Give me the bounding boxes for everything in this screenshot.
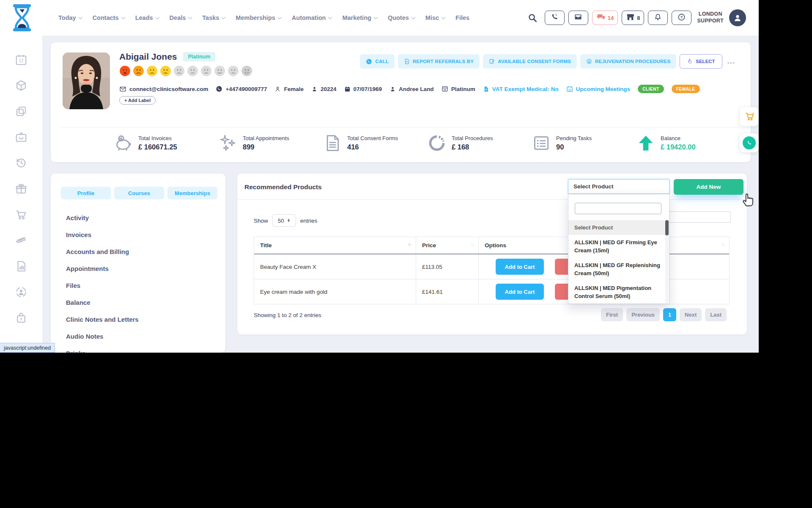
more-actions-button[interactable]: ... (727, 58, 735, 65)
chevron-down-icon (411, 15, 415, 19)
client-dob: 07/07/1969 (344, 86, 382, 92)
locker-icon[interactable] (15, 312, 27, 324)
report-referrals-button[interactable]: REPORT REFERRALS BY (398, 54, 480, 69)
calendar-icon[interactable]: 12 (15, 53, 27, 66)
menu-audio-notes[interactable]: Audio Notes (66, 328, 217, 345)
money-icon[interactable] (15, 234, 27, 247)
camera-icon[interactable] (15, 131, 27, 144)
nav-memberships[interactable]: Memberships (236, 14, 281, 21)
app-logo-hourglass-icon[interactable] (11, 4, 33, 31)
page-size-select[interactable]: 50 ▲▼ (272, 214, 296, 227)
tab-profile[interactable]: Profile (61, 187, 111, 199)
consent-forms-button[interactable]: AVAILABLE CONSENT FORMS (483, 54, 577, 69)
store-button[interactable]: 8 (622, 11, 644, 25)
dropdown-option[interactable]: ALLSKIN | MED GF Firming Eye Cream (15ml… (568, 235, 669, 258)
dropdown-scrollbar-thumb[interactable] (665, 220, 669, 235)
app-window: Today Contacts Leads Deals Tasks Members… (0, 0, 759, 353)
nav-tasks[interactable]: Tasks (202, 14, 225, 21)
vat-exempt-link[interactable]: VAT Exempt Medical: No (483, 86, 559, 92)
menu-drinks[interactable]: Drinks (66, 345, 217, 353)
menu-invoices[interactable]: Invoices (66, 226, 217, 243)
menu-appointments[interactable]: Appointments (66, 260, 217, 277)
client-owner: Andree Land (390, 86, 434, 92)
floating-cart-button[interactable] (740, 107, 759, 126)
nav-leads[interactable]: Leads (135, 14, 159, 21)
menu-accounts-billing[interactable]: Accounts and Billing (66, 243, 217, 260)
side-panel-menu: Activity Invoices Accounts and Billing A… (66, 209, 217, 353)
page-previous[interactable]: Previous (626, 308, 660, 321)
report-document-icon (404, 58, 410, 64)
copy-pages-icon[interactable] (15, 105, 27, 118)
dropdown-option[interactable]: ALLSKIN | MED Pigmentation Control Serum… (568, 281, 669, 304)
arrow-up-icon (636, 134, 655, 152)
document-icon (323, 134, 342, 152)
inbox-button[interactable] (568, 11, 588, 25)
menu-files[interactable]: Files (66, 277, 217, 294)
chat-messages-button[interactable]: 14 (592, 11, 618, 25)
nav-quotes[interactable]: Quotes (388, 14, 415, 21)
report-icon[interactable] (15, 260, 27, 273)
search-icon[interactable] (528, 13, 538, 23)
client-circle-icon[interactable] (15, 286, 27, 298)
calls-button[interactable] (545, 11, 565, 25)
user-avatar[interactable] (729, 9, 746, 26)
mood-face-icon[interactable] (241, 65, 252, 77)
products-cube-icon[interactable] (15, 79, 27, 92)
product-select-box[interactable]: Select Product (568, 179, 669, 194)
call-button[interactable]: CALL (360, 54, 394, 69)
tab-courses[interactable]: Courses (114, 187, 164, 199)
page-first[interactable]: First (601, 308, 623, 321)
client-stats: £ Total Invoices£ 160671.25 Total Appoin… (114, 134, 734, 152)
table-search-input[interactable] (669, 211, 731, 223)
mood-face-icon[interactable] (173, 65, 185, 77)
notifications-button[interactable] (648, 11, 668, 25)
mood-face-icon[interactable] (187, 65, 198, 77)
dropdown-option[interactable]: ALLSKIN | MED GF Replenishing Cream (50m… (568, 258, 669, 281)
mood-face-icon[interactable] (228, 65, 239, 77)
dropdown-option[interactable]: Select Product (568, 220, 669, 235)
nav-misc[interactable]: Misc (425, 14, 445, 21)
page-next[interactable]: Next (680, 308, 702, 321)
column-header-title[interactable]: Title↑↓ (254, 237, 416, 254)
location-label[interactable]: LONDON SUPPORT (697, 11, 724, 24)
mood-face-icon[interactable] (119, 65, 131, 77)
menu-activity[interactable]: Activity (66, 209, 217, 226)
tab-memberships[interactable]: Memberships (167, 187, 217, 199)
gift-icon[interactable] (15, 182, 27, 195)
add-new-button[interactable]: Add New (674, 179, 743, 195)
floating-whatsapp-button[interactable] (740, 133, 759, 152)
add-to-cart-button[interactable]: Add to Cart (496, 284, 544, 300)
mood-face-icon[interactable] (146, 65, 158, 77)
history-icon[interactable] (15, 157, 27, 169)
bell-icon (654, 13, 662, 23)
upcoming-meetings-link[interactable]: 12 Upcoming Meetings (566, 86, 630, 92)
recommended-products-panel: Recommended Products Show 50 ▲▼ entries … (237, 174, 747, 334)
dropdown-search-input[interactable] (575, 203, 661, 214)
client-photo[interactable] (63, 52, 110, 109)
document-icon (483, 86, 489, 92)
column-header-price[interactable]: Price↑↓ (416, 237, 479, 254)
mood-face-icon[interactable] (200, 65, 212, 77)
mood-face-icon[interactable] (214, 65, 225, 77)
help-button[interactable]: ? (672, 11, 691, 25)
dropdown-option[interactable]: ALLSKIN | MED R Advanced (568, 304, 669, 304)
nav-automation[interactable]: Automation (292, 14, 332, 21)
mood-face-icon[interactable] (160, 65, 171, 77)
person-icon (732, 13, 743, 23)
nav-files[interactable]: Files (455, 14, 469, 21)
page-last[interactable]: Last (705, 308, 727, 321)
nav-today[interactable]: Today (58, 14, 82, 21)
page-1[interactable]: 1 (663, 308, 676, 321)
cart-icon[interactable] (15, 208, 27, 221)
add-label-button[interactable]: + Add Label (119, 96, 156, 105)
nav-marketing[interactable]: Marketing (342, 14, 377, 21)
add-to-cart-button[interactable]: Add to Cart (496, 259, 544, 275)
svg-text:12: 12 (19, 58, 24, 63)
menu-balance[interactable]: Balance (66, 294, 217, 311)
menu-clinic-notes[interactable]: Clinic Notes and Letters (66, 311, 217, 328)
rejuvenation-procedures-button[interactable]: REJUVENATION PROCEDURES (580, 54, 676, 69)
select-button[interactable]: SELECT (680, 54, 722, 69)
nav-deals[interactable]: Deals (170, 14, 192, 21)
nav-contacts[interactable]: Contacts (93, 14, 125, 21)
mood-face-icon[interactable] (133, 65, 144, 77)
